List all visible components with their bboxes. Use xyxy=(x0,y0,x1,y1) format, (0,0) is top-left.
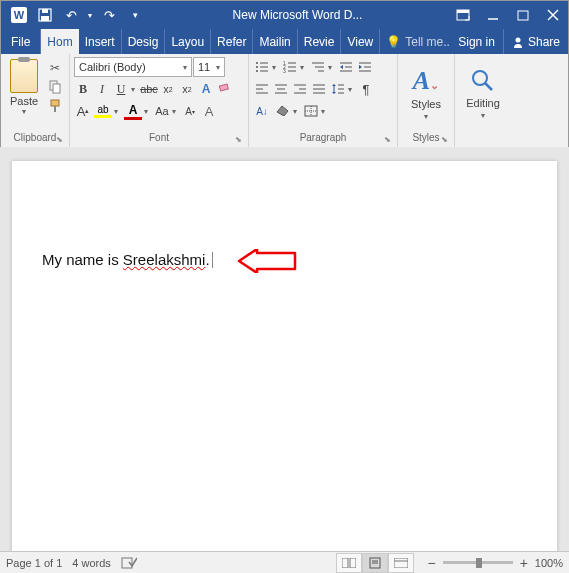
paste-icon xyxy=(10,59,38,93)
font-size-combo[interactable]: 11▾ xyxy=(193,57,225,77)
document-text[interactable]: My name is Sreelakshmi. xyxy=(42,251,213,268)
tab-mailings[interactable]: Mailin xyxy=(253,29,297,54)
tab-insert[interactable]: Insert xyxy=(79,29,122,54)
clipboard-launcher[interactable]: ⬊ xyxy=(56,133,63,147)
align-center-button[interactable] xyxy=(272,79,290,99)
change-case-button[interactable]: Aa xyxy=(153,101,171,121)
close-button[interactable] xyxy=(538,1,568,29)
cut-icon[interactable]: ✂ xyxy=(47,60,63,76)
line-spacing-button[interactable] xyxy=(329,79,347,99)
underline-button[interactable]: U xyxy=(112,79,130,99)
grow-font-button[interactable]: A▴ xyxy=(74,101,92,121)
format-painter-icon[interactable] xyxy=(47,98,63,114)
clipboard-label: Clipboard⬊ xyxy=(5,131,65,147)
tab-home[interactable]: Hom xyxy=(41,29,78,54)
subscript-button[interactable]: x2 xyxy=(159,79,177,99)
numbering-dropdown[interactable]: ▾ xyxy=(300,63,308,72)
undo-dropdown[interactable]: ▾ xyxy=(85,3,95,27)
styles-button[interactable]: A⌄ Styles ▾ xyxy=(402,57,450,129)
maximize-button[interactable] xyxy=(508,1,538,29)
svg-point-11 xyxy=(515,37,520,42)
spell-check-icon[interactable] xyxy=(121,556,137,570)
redo-icon[interactable]: ↷ xyxy=(97,3,121,27)
shrink-font-button[interactable]: A▾ xyxy=(181,101,199,121)
zoom-slider[interactable] xyxy=(443,561,513,564)
editing-button[interactable]: Editing ▾ xyxy=(459,57,507,129)
styles-launcher[interactable]: ⬊ xyxy=(441,133,448,147)
font-color-button[interactable]: A xyxy=(123,103,143,120)
misspelled-word[interactable]: Sreelakshmi xyxy=(123,251,206,268)
clear-formatting-button[interactable] xyxy=(216,79,234,99)
undo-icon[interactable]: ↶ xyxy=(59,3,83,27)
tab-view[interactable]: View xyxy=(341,29,380,54)
tab-design[interactable]: Desig xyxy=(122,29,166,54)
tell-me-search[interactable]: 💡 Tell me... xyxy=(380,29,450,54)
justify-button[interactable] xyxy=(310,79,328,99)
svg-rect-4 xyxy=(41,16,49,21)
font-color-dropdown[interactable]: ▾ xyxy=(144,107,152,116)
print-layout-button[interactable] xyxy=(362,553,388,573)
ribbon-display-icon[interactable] xyxy=(448,1,478,29)
numbering-button[interactable]: 123 xyxy=(281,57,299,77)
highlight-button[interactable]: ab xyxy=(93,104,113,118)
borders-dropdown[interactable]: ▾ xyxy=(321,107,329,116)
shading-button[interactable] xyxy=(272,106,292,116)
copy-icon[interactable] xyxy=(47,79,63,95)
spacing-dropdown[interactable]: ▾ xyxy=(348,85,356,94)
qat-dropdown[interactable]: ▾ xyxy=(123,3,147,27)
tab-references[interactable]: Refer xyxy=(211,29,253,54)
share-icon xyxy=(512,36,524,48)
text-suffix: . xyxy=(205,251,209,268)
document-page[interactable]: My name is Sreelakshmi. xyxy=(12,161,557,551)
italic-button[interactable]: I xyxy=(93,79,111,99)
show-marks-button[interactable]: ¶ xyxy=(357,79,375,99)
word-count[interactable]: 4 words xyxy=(72,557,111,569)
word-icon[interactable]: W xyxy=(7,3,31,27)
highlight-dropdown[interactable]: ▾ xyxy=(114,107,122,116)
case-dropdown[interactable]: ▾ xyxy=(172,107,180,116)
svg-rect-14 xyxy=(51,100,59,106)
tab-review[interactable]: Revie xyxy=(298,29,342,54)
align-left-button[interactable] xyxy=(253,79,271,99)
multilevel-dropdown[interactable]: ▾ xyxy=(328,63,336,72)
web-layout-button[interactable] xyxy=(388,553,414,573)
font-launcher[interactable]: ⬊ xyxy=(235,133,242,147)
minimize-button[interactable] xyxy=(478,1,508,29)
font-label: Font⬊ xyxy=(74,131,244,147)
shading-dropdown[interactable]: ▾ xyxy=(293,107,301,116)
svg-point-17 xyxy=(256,62,258,64)
sign-in-link[interactable]: Sign in xyxy=(450,29,503,54)
text-effects-alt-button[interactable]: A xyxy=(200,101,218,121)
svg-rect-13 xyxy=(53,84,60,93)
bold-button[interactable]: B xyxy=(74,79,92,99)
save-icon[interactable] xyxy=(33,3,57,27)
superscript-button[interactable]: x2 xyxy=(178,79,196,99)
decrease-indent-button[interactable] xyxy=(337,57,355,77)
share-button[interactable]: Share xyxy=(503,29,568,54)
tab-layout[interactable]: Layou xyxy=(165,29,211,54)
svg-rect-8 xyxy=(518,11,528,20)
zoom-in-button[interactable]: + xyxy=(517,555,531,571)
underline-dropdown[interactable]: ▾ xyxy=(131,85,139,94)
tab-file[interactable]: File xyxy=(1,29,41,54)
bullets-button[interactable] xyxy=(253,57,271,77)
borders-button[interactable] xyxy=(302,101,320,121)
sort-button[interactable]: A↓ xyxy=(253,101,271,121)
increase-indent-button[interactable] xyxy=(356,57,374,77)
document-area[interactable]: My name is Sreelakshmi. xyxy=(0,147,569,551)
tell-me-placeholder: Tell me... xyxy=(405,35,450,49)
zoom-level[interactable]: 100% xyxy=(535,557,563,569)
paragraph-launcher[interactable]: ⬊ xyxy=(384,133,391,147)
align-right-button[interactable] xyxy=(291,79,309,99)
multilevel-list-button[interactable] xyxy=(309,57,327,77)
zoom-out-button[interactable]: − xyxy=(424,555,438,571)
read-mode-button[interactable] xyxy=(336,553,362,573)
bullets-dropdown[interactable]: ▾ xyxy=(272,63,280,72)
page-indicator[interactable]: Page 1 of 1 xyxy=(6,557,62,569)
paste-button[interactable]: Paste ▾ xyxy=(5,57,43,131)
paste-dropdown[interactable]: ▾ xyxy=(22,107,26,116)
svg-line-58 xyxy=(485,83,492,90)
text-effects-button[interactable]: A xyxy=(197,79,215,99)
strikethrough-button[interactable]: abc xyxy=(140,79,158,99)
font-name-combo[interactable]: Calibri (Body)▾ xyxy=(74,57,192,77)
